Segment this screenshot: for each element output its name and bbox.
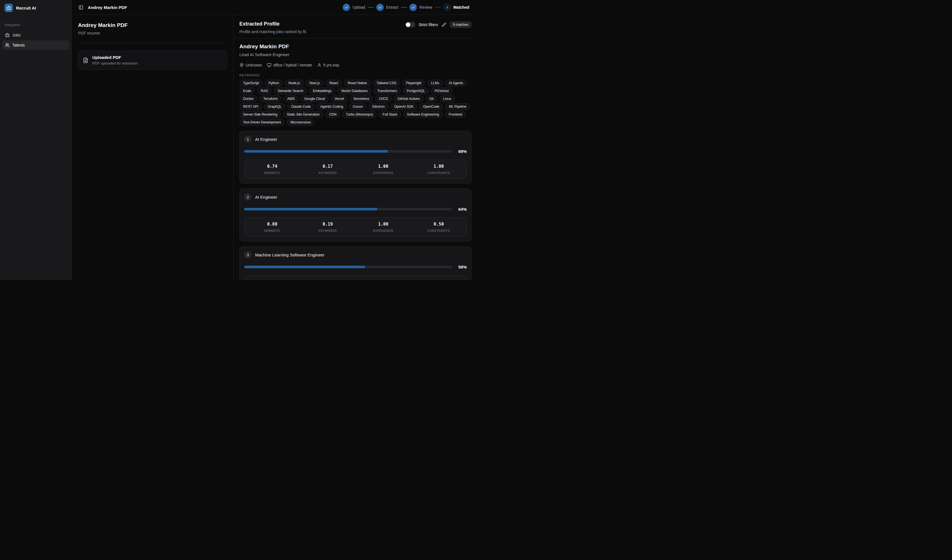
keyword-tag[interactable]: PGVector — [431, 88, 453, 94]
keyword-tag[interactable]: React — [326, 80, 342, 86]
score-column: 1.00EXPERIENCE — [355, 279, 411, 280]
keyword-tag[interactable]: TypeScript — [240, 80, 263, 86]
keyword-tag[interactable]: Microservices — [287, 119, 315, 126]
keyword-tag[interactable]: RAG — [257, 88, 272, 94]
score-column: 1.00CONSTRAINTS — [411, 164, 467, 174]
divider — [78, 43, 227, 43]
match-score-bar — [244, 266, 452, 268]
profile-panel-header: Extracted Profile Profile and matching j… — [233, 15, 476, 39]
score-column: 0.19KEYWORDS — [300, 222, 355, 232]
source-panel: Andrey Markin PDF PDF resume Uploaded PD… — [72, 15, 233, 280]
keyword-tag[interactable]: Static Site Generation — [283, 111, 323, 118]
keyword-tag[interactable]: GitHub Actions — [394, 96, 423, 102]
score-column: 0.18KEYWORDS — [300, 279, 355, 280]
step-connector — [401, 7, 407, 8]
keyword-tag[interactable]: Transformers — [374, 88, 401, 94]
keyword-tag[interactable]: AI Agents — [445, 80, 467, 86]
keyword-tag[interactable]: Evals — [240, 88, 255, 94]
app-logo[interactable]: Recruit AI — [0, 0, 71, 16]
profile-panel-title: Extracted Profile — [240, 21, 307, 27]
keyword-tag[interactable]: Git — [426, 96, 437, 102]
sidebar-nav: Jobs Talents — [0, 30, 71, 51]
profile-panel-subtitle: Profile and matching jobs ranked by fit. — [240, 29, 307, 34]
score-label: KEYWORDS — [318, 171, 337, 174]
keyword-tag[interactable]: ML Pipeline — [445, 103, 470, 110]
keyword-tag[interactable]: Server-Side Rendering — [240, 111, 281, 118]
keyword-tag[interactable]: Frontend — [445, 111, 466, 118]
score-column: 0.50CONSTRAINTS — [411, 279, 467, 280]
match-card[interactable]: 2 AI Engineer 64% 0.80SEMANTIC0.19KEYWOR… — [240, 188, 471, 241]
keyword-tag[interactable]: REST API — [240, 103, 262, 110]
keyword-tag[interactable]: React Native — [344, 80, 371, 86]
match-score-bar — [244, 208, 452, 210]
match-job-title: AI Engineer — [255, 137, 277, 142]
score-label: SEMANTIC — [264, 171, 280, 174]
score-breakdown-panel: 0.80SEMANTIC0.19KEYWORDS1.00EXPERIENCE0.… — [244, 218, 467, 236]
sidebar-item-label: Talents — [12, 43, 25, 48]
keyword-tag[interactable]: Agentic Coding — [317, 103, 347, 110]
keyword-tag[interactable]: Semantic Search — [274, 88, 307, 94]
keyword-tag[interactable]: Embeddings — [309, 88, 335, 94]
keyword-tag[interactable]: OpenAI SDK — [391, 103, 417, 110]
keyword-tag[interactable]: Linux — [439, 96, 455, 102]
score-column: 1.00EXPERIENCE — [355, 164, 411, 174]
keyword-tag[interactable]: Playwright — [402, 80, 425, 86]
match-card[interactable]: 1 AI Engineer 69% 0.74SEMANTIC0.17KEYWOR… — [240, 131, 471, 184]
upload-card-description: PDF uploaded for extraction — [92, 61, 138, 65]
score-value: 0.50 — [434, 279, 444, 280]
keyword-tag[interactable]: Vector Databases — [337, 88, 371, 94]
edit-filters-button[interactable] — [441, 22, 447, 28]
score-label: CONSTRAINTS — [427, 171, 450, 174]
match-percent: 64% — [456, 207, 467, 211]
strict-filters-toggle[interactable] — [405, 22, 416, 28]
step-connector — [435, 7, 441, 8]
uploaded-pdf-card[interactable]: Uploaded PDF PDF uploaded for extraction — [78, 51, 227, 69]
match-percent: 69% — [456, 149, 467, 154]
main-area: Andrey Markin PDF Upload Extract — [72, 0, 476, 280]
check-icon — [410, 4, 417, 11]
keyword-tag[interactable]: LLMs — [427, 80, 443, 86]
candidate-name: Andrey Markin PDF — [240, 43, 471, 50]
keyword-tag[interactable]: CI/CD — [375, 96, 392, 102]
keyword-tag[interactable]: Python — [265, 80, 283, 86]
keyword-tag[interactable]: Docker — [240, 96, 257, 102]
keyword-tag[interactable]: Software Engineering — [403, 111, 443, 118]
keyword-tag[interactable]: CDN — [326, 111, 340, 118]
top-header: Andrey Markin PDF Upload Extract — [72, 0, 476, 15]
file-text-icon — [83, 57, 88, 63]
keyword-tag[interactable]: Serverless — [350, 96, 373, 102]
match-job-title: AI Engineer — [255, 195, 277, 199]
score-value: 1.00 — [378, 279, 388, 280]
score-breakdown-panel: 0.65SEMANTIC0.18KEYWORDS1.00EXPERIENCE0.… — [244, 275, 467, 280]
match-score-bar — [244, 150, 452, 153]
rank-badge: 3 — [244, 251, 252, 258]
keyword-tag[interactable]: OpenCode — [419, 103, 443, 110]
keyword-tag[interactable]: Claude Code — [287, 103, 314, 110]
candidate-info-row: Unknown office / hybrid / remote 5 yrs e… — [240, 63, 471, 67]
sidebar-item-talents[interactable]: Talents — [2, 40, 70, 50]
sidebar-toggle-button[interactable] — [79, 5, 83, 10]
profile-scroll-area[interactable]: Andrey Markin PDF Lead AI Software Engin… — [233, 39, 476, 280]
score-column: 0.74SEMANTIC — [244, 164, 300, 174]
keyword-tag[interactable]: Vercel — [331, 96, 348, 102]
keyword-tag[interactable]: Full Stack — [379, 111, 401, 118]
keyword-tag[interactable]: Google Cloud — [301, 96, 328, 102]
step-label: Upload — [352, 5, 365, 9]
match-score-bar-fill — [244, 266, 365, 268]
match-card[interactable]: 3 Machine Learning Software Engineer 58%… — [240, 246, 471, 280]
keyword-tag[interactable]: Test-Driven Development — [240, 119, 284, 126]
candidate-location: Unknown — [240, 63, 262, 67]
keyword-tag[interactable]: Cursor — [349, 103, 366, 110]
sidebar-item-jobs[interactable]: Jobs — [2, 30, 70, 40]
keyword-tag[interactable]: Next.js — [306, 80, 324, 86]
keyword-tag[interactable]: Node.js — [285, 80, 304, 86]
keyword-tag[interactable]: Electron — [369, 103, 388, 110]
keyword-tag[interactable]: Terraform — [260, 96, 281, 102]
keyword-tag[interactable]: Turbo (Monorepo) — [342, 111, 377, 118]
keyword-tag[interactable]: PostgreSQL — [403, 88, 428, 94]
keyword-tag[interactable]: GraphQL — [264, 103, 285, 110]
keyword-tag[interactable]: AWS — [283, 96, 298, 102]
step-upload: Upload — [343, 4, 365, 11]
keyword-tag[interactable]: Tailwind CSS — [373, 80, 400, 86]
matches-count-badge: 9 matches — [450, 21, 471, 28]
